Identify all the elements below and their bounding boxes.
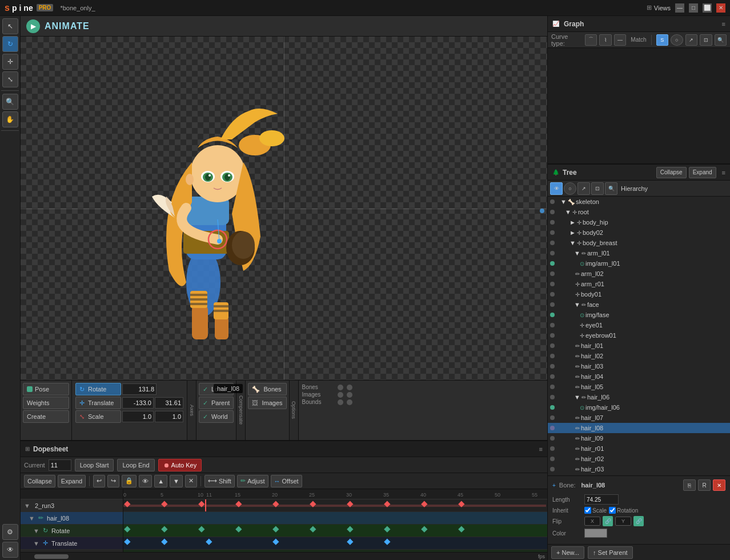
flip-x-button[interactable]: X xyxy=(584,517,600,526)
parent-button[interactable]: ✓ Parent xyxy=(199,397,234,409)
tree-item-img-arm_l01[interactable]: ⊙ img/arm_l01 xyxy=(548,258,730,269)
tree-item-arm_l01[interactable]: ▼ ✏ arm_l01 xyxy=(548,248,730,258)
lock-button[interactable]: 🔒 xyxy=(122,475,137,487)
key-blue-5[interactable] xyxy=(384,539,390,545)
autokey-button[interactable]: ⏺ Auto Key xyxy=(158,459,202,471)
key-green-1[interactable] xyxy=(161,526,167,533)
tree-item-hair_r02[interactable]: ✏ hair_r02 xyxy=(548,454,730,464)
redo-button[interactable]: ↪ xyxy=(107,475,119,487)
pan-tool-button[interactable]: ✋ xyxy=(2,111,18,127)
curve-btn-3[interactable]: — xyxy=(614,34,627,46)
rotate-input[interactable] xyxy=(122,383,157,395)
loop-start-button[interactable]: Loop Start xyxy=(75,459,114,471)
graph-tb-2[interactable]: ○ xyxy=(671,34,683,46)
images-button[interactable]: 🖼 Images xyxy=(248,397,286,409)
tree-view-3[interactable]: ↗ xyxy=(577,182,590,195)
restore-button[interactable]: □ xyxy=(689,3,698,13)
create-button[interactable]: Create xyxy=(23,410,69,423)
tree-item-skeleton[interactable]: ▼ 🦴 skeleton xyxy=(548,197,730,207)
tree-item-body02[interactable]: ► ✛ body02 xyxy=(548,227,730,238)
scale-x-input[interactable] xyxy=(122,411,154,422)
shift-button[interactable]: ⟷ Shift xyxy=(204,475,235,487)
tree-item-eye01[interactable]: ✛ eye01 xyxy=(548,320,730,330)
viewport[interactable]: hair_l08 xyxy=(21,37,547,380)
key-green-0[interactable] xyxy=(124,526,130,533)
key-green-4[interactable] xyxy=(272,526,279,533)
new-bone-button[interactable]: + New... xyxy=(551,546,584,559)
tree-collapse-button[interactable]: Collapse xyxy=(656,167,687,178)
pose-button[interactable]: Pose xyxy=(23,383,69,395)
scale-y-input[interactable] xyxy=(155,411,183,422)
tree-view-2[interactable]: ○ xyxy=(564,182,576,195)
bounds-lock-dot[interactable] xyxy=(347,399,352,405)
scale-tool-button[interactable]: ⤡ xyxy=(2,71,18,87)
graph-tb-1[interactable]: S xyxy=(656,34,669,46)
expand-button[interactable]: Expand xyxy=(58,475,86,487)
tree-item-hair_l01[interactable]: ✏ hair_l01 xyxy=(548,341,730,351)
tree-item-hair_l02[interactable]: ✏ hair_l02 xyxy=(548,351,730,361)
graph-tb-3[interactable]: ↗ xyxy=(685,34,698,46)
bones-lock-dot[interactable] xyxy=(347,385,352,390)
graph-content[interactable] xyxy=(548,48,730,163)
translate-collapse-icon[interactable]: ▼ xyxy=(33,540,39,547)
key-blue-3[interactable] xyxy=(272,539,279,545)
key-green-3[interactable] xyxy=(235,526,242,533)
tree-item-root[interactable]: ▼ ✛ root xyxy=(548,207,730,217)
tree-item-arm_l02[interactable]: ✏ arm_l02 xyxy=(548,269,730,279)
adjust-button[interactable]: ✏ Adjust xyxy=(237,475,268,487)
dopesheet-menu-icon[interactable]: ≡ xyxy=(539,446,543,453)
settings-tool-button[interactable]: ⚙ xyxy=(2,524,18,540)
select-tool-button[interactable]: ↖ xyxy=(2,18,18,34)
move-down-button[interactable]: ▼ xyxy=(170,475,183,487)
images-lock-dot[interactable] xyxy=(347,392,352,398)
bones-vis-dot[interactable] xyxy=(338,385,343,390)
tree-menu-icon[interactable]: ≡ xyxy=(722,169,725,176)
tree-item-hair_r03[interactable]: ✏ hair_r03 xyxy=(548,464,730,474)
offset-button[interactable]: ↔ Offset xyxy=(271,475,302,487)
tree-item-img-hair_l06[interactable]: ⊙ img/hair_l06 xyxy=(548,402,730,413)
graph-tb-4[interactable]: ⊡ xyxy=(700,34,712,46)
dopesheet-timeline[interactable]: 0 5 10 11 15 20 25 30 35 40 45 50 55 xyxy=(123,489,547,552)
tree-item-img-fase[interactable]: ⊙ img/fase xyxy=(548,310,730,320)
current-input[interactable] xyxy=(49,459,71,471)
rotate-tool-button[interactable]: ↻ xyxy=(2,36,18,52)
tree-item-body_breast[interactable]: ▼ ✛ body_breast xyxy=(548,238,730,248)
key-green-9[interactable] xyxy=(458,526,464,533)
collapse-button[interactable]: Collapse xyxy=(24,475,55,487)
tree-item-body_hip[interactable]: ► ✛ body_hip xyxy=(548,217,730,227)
tree-item-body01[interactable]: ✛ body01 xyxy=(548,289,730,299)
flip-y-link[interactable]: 🔗 xyxy=(633,516,644,526)
bone-delete-button[interactable]: ✕ xyxy=(713,479,725,491)
tree-item-hair_l09[interactable]: ✏ hair_l09 xyxy=(548,433,730,443)
bone-paste-button[interactable]: R xyxy=(698,479,711,491)
translate-button[interactable]: ✛ Translate xyxy=(75,397,121,409)
timeline-scrollbar[interactable]: fps xyxy=(21,552,547,560)
key-blue-2[interactable] xyxy=(206,539,212,545)
eye-tool-button[interactable]: 👁 xyxy=(2,542,18,558)
rotate-button[interactable]: ↻ Rotate xyxy=(75,383,121,395)
key-blue-1[interactable] xyxy=(161,539,167,545)
tree-view-5[interactable]: 🔍 xyxy=(605,182,617,195)
tree-expand-button[interactable]: Expand xyxy=(689,167,716,178)
key-green-2[interactable] xyxy=(198,526,204,533)
bounds-vis-dot[interactable] xyxy=(338,399,343,405)
images-vis-dot[interactable] xyxy=(338,392,343,398)
translate-y-input[interactable] xyxy=(155,397,183,409)
flip-y-button[interactable]: Y xyxy=(615,517,631,526)
color-swatch[interactable] xyxy=(584,529,607,538)
bone-copy-button[interactable]: ⎘ xyxy=(683,479,696,491)
maximize-button[interactable]: ⬜ xyxy=(703,3,712,13)
anim-collapse-icon[interactable]: ▼ xyxy=(24,502,30,509)
tree-item-hair_l07[interactable]: ✏ hair_l07 xyxy=(548,413,730,423)
delete-button[interactable]: ✕ xyxy=(185,475,197,487)
tree-item-hair_l04[interactable]: ✏ hair_l04 xyxy=(548,371,730,382)
tree-view-1[interactable]: 👁 xyxy=(550,182,563,195)
key-green-7[interactable] xyxy=(384,526,390,533)
tree-item-face[interactable]: ▼ ✏ face xyxy=(548,299,730,310)
undo-button[interactable]: ↩ xyxy=(93,475,105,487)
key-green-8[interactable] xyxy=(421,526,427,533)
tree-item-eyebrow01[interactable]: ✛ eyebrow01 xyxy=(548,330,730,341)
length-input[interactable] xyxy=(584,494,619,505)
tree-view-4[interactable]: ⊡ xyxy=(591,182,604,195)
scroll-thumb[interactable] xyxy=(34,554,69,559)
